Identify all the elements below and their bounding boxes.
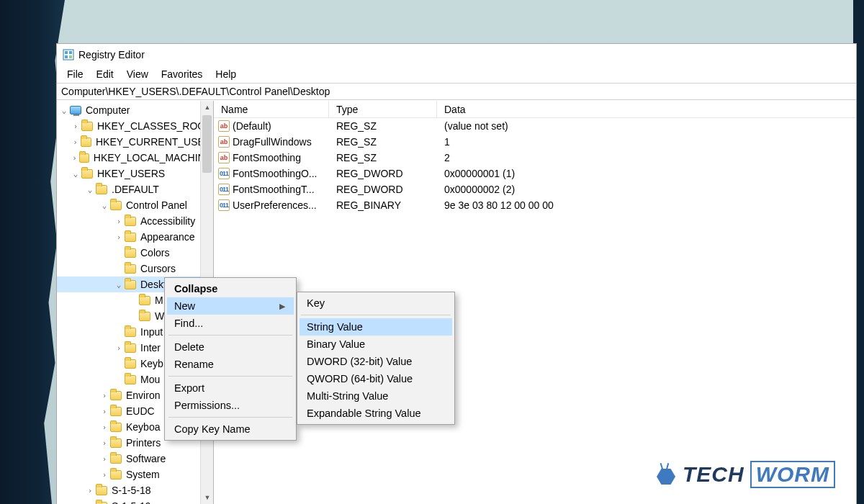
folder-icon xyxy=(110,391,122,400)
ctx-new-binary-value[interactable]: Binary Value xyxy=(300,336,452,353)
tree-label: EUDC xyxy=(125,405,156,417)
folder-icon xyxy=(139,296,150,305)
col-header-data[interactable]: Data xyxy=(437,101,856,117)
folder-icon xyxy=(110,407,122,416)
tree-root-computer[interactable]: ⌄ Computer xyxy=(57,102,213,118)
value-data: (value not set) xyxy=(437,120,856,132)
value-icon: ab xyxy=(218,152,230,163)
chevron-down-icon[interactable]: ⌄ xyxy=(113,280,125,289)
chevron-right-icon[interactable]: › xyxy=(99,407,110,416)
tree-s-1-5-19[interactable]: ›S-1-5-19 xyxy=(57,498,213,504)
chevron-down-icon[interactable]: ⌄ xyxy=(58,106,70,115)
chevron-right-icon[interactable]: › xyxy=(70,153,79,163)
scroll-thumb[interactable] xyxy=(202,115,212,173)
chevron-right-icon[interactable]: › xyxy=(70,122,81,131)
tree-label: HKEY_LOCAL_MACHINE xyxy=(92,152,213,163)
folder-icon xyxy=(110,454,122,464)
value-row[interactable]: ab(Default)REG_SZ(value not set) xyxy=(214,118,856,134)
ctx-new-qword-value[interactable]: QWORD (64-bit) Value xyxy=(300,370,452,387)
watermark-text-2: WORM xyxy=(750,461,835,488)
tree-label: S-1-5-18 xyxy=(110,485,152,496)
address-bar[interactable]: Computer\HKEY_USERS\.DEFAULT\Control Pan… xyxy=(57,83,856,100)
ctx-new-expandable-string-value[interactable]: Expandable String Value xyxy=(300,405,452,422)
menu-file[interactable]: File xyxy=(61,67,89,81)
chevron-down-icon[interactable]: ⌄ xyxy=(84,185,96,194)
ctx-new-string-value[interactable]: String Value xyxy=(300,318,452,336)
col-header-type[interactable]: Type xyxy=(329,101,437,117)
ctx-copy-key-name[interactable]: Copy Key Name xyxy=(167,420,294,438)
tree-colors[interactable]: Colors xyxy=(57,245,213,261)
value-icon: 011 xyxy=(218,168,230,179)
chevron-right-icon[interactable]: › xyxy=(113,233,125,242)
tree-hkey-classes-root[interactable]: ›HKEY_CLASSES_ROOT xyxy=(57,118,213,134)
folder-icon xyxy=(110,438,122,448)
tree-system[interactable]: ›System xyxy=(57,467,213,482)
chevron-right-icon[interactable]: › xyxy=(113,217,125,226)
tree-label: Mou xyxy=(139,374,161,385)
tree-s-1-5-18[interactable]: ›S-1-5-18 xyxy=(57,482,213,498)
svg-rect-1 xyxy=(65,51,68,54)
tree-hkey-current-user[interactable]: ›HKEY_CURRENT_USER xyxy=(57,134,213,150)
value-icon: 011 xyxy=(218,184,230,195)
tree-label: Software xyxy=(125,453,167,464)
ctx-rename[interactable]: Rename xyxy=(167,356,294,373)
value-row[interactable]: 011FontSmoothingO...REG_DWORD0x00000001 … xyxy=(214,166,856,181)
ctx-find[interactable]: Find... xyxy=(167,315,294,332)
menu-view[interactable]: View xyxy=(121,67,154,81)
title-bar: Registry Editor xyxy=(57,44,856,66)
ctx-delete[interactable]: Delete xyxy=(167,338,294,356)
ctx-new[interactable]: New ▶ xyxy=(167,297,294,315)
chevron-right-icon[interactable]: › xyxy=(84,502,96,505)
tree-hkey-users[interactable]: ⌄HKEY_USERS xyxy=(57,166,213,181)
tree-label: Control Panel xyxy=(125,199,189,211)
ctx-new-multi-string-value[interactable]: Multi-String Value xyxy=(300,387,452,405)
scroll-up-icon[interactable]: ▲ xyxy=(201,101,214,114)
tree-label: M xyxy=(153,294,165,306)
value-row[interactable]: abDragFullWindowsREG_SZ1 xyxy=(214,134,856,150)
window-title: Registry Editor xyxy=(78,49,145,60)
ctx-new-dword-value[interactable]: DWORD (32-bit) Value xyxy=(300,353,452,370)
tree-appearance[interactable]: ›Appearance xyxy=(57,229,213,245)
tree-label: Environ xyxy=(125,390,161,401)
value-row[interactable]: 011FontSmoothingT...REG_DWORD0x00000002 … xyxy=(214,181,856,197)
value-list-body: ab(Default)REG_SZ(value not set)abDragFu… xyxy=(214,118,856,213)
chevron-down-icon[interactable]: ⌄ xyxy=(70,169,81,179)
folder-icon xyxy=(139,312,150,321)
folder-icon xyxy=(110,423,122,432)
ctx-permissions[interactable]: Permissions... xyxy=(167,397,294,414)
scroll-down-icon[interactable]: ▼ xyxy=(201,491,214,504)
chevron-down-icon[interactable]: ⌄ xyxy=(99,201,110,210)
chevron-right-icon[interactable]: › xyxy=(99,391,110,400)
folder-icon xyxy=(81,122,93,131)
ctx-export[interactable]: Export xyxy=(167,379,294,397)
tree-control-panel[interactable]: ⌄Control Panel xyxy=(57,197,213,213)
tree-label: S-1-5-19 xyxy=(110,500,152,504)
chevron-right-icon[interactable]: › xyxy=(84,486,96,495)
wallpaper-left xyxy=(0,0,65,504)
value-list-header: Name Type Data xyxy=(214,101,856,118)
tree-accessibility[interactable]: ›Accessibility xyxy=(57,213,213,229)
chevron-right-icon[interactable]: › xyxy=(99,423,110,432)
svg-rect-3 xyxy=(65,55,68,58)
menu-favorites[interactable]: Favorites xyxy=(156,67,209,81)
folder-icon xyxy=(125,280,136,289)
tree-hkey-local-machine[interactable]: ›HKEY_LOCAL_MACHINE xyxy=(57,150,213,166)
chevron-right-icon[interactable]: › xyxy=(70,138,81,147)
chevron-right-icon[interactable]: › xyxy=(113,343,125,353)
tree-software[interactable]: ›Software xyxy=(57,451,213,467)
menu-edit[interactable]: Edit xyxy=(91,67,120,81)
chevron-right-icon[interactable]: › xyxy=(99,438,110,448)
menu-help[interactable]: Help xyxy=(210,67,242,81)
tree-default[interactable]: ⌄.DEFAULT xyxy=(57,181,213,197)
ctx-collapse[interactable]: Collapse xyxy=(167,280,294,297)
chevron-right-icon[interactable]: › xyxy=(99,454,110,464)
value-data: 0x00000002 (2) xyxy=(437,184,856,195)
value-row[interactable]: abFontSmoothingREG_SZ2 xyxy=(214,150,856,166)
chevron-right-icon[interactable]: › xyxy=(99,470,110,480)
tree-cursors[interactable]: Cursors xyxy=(57,261,213,276)
folder-icon xyxy=(110,470,122,480)
ctx-new-key[interactable]: Key xyxy=(300,294,452,312)
col-header-name[interactable]: Name xyxy=(214,101,329,117)
tree-label: Cursors xyxy=(139,263,177,274)
value-row[interactable]: 011UserPreferences...REG_BINARY9e 3e 03 … xyxy=(214,197,856,213)
